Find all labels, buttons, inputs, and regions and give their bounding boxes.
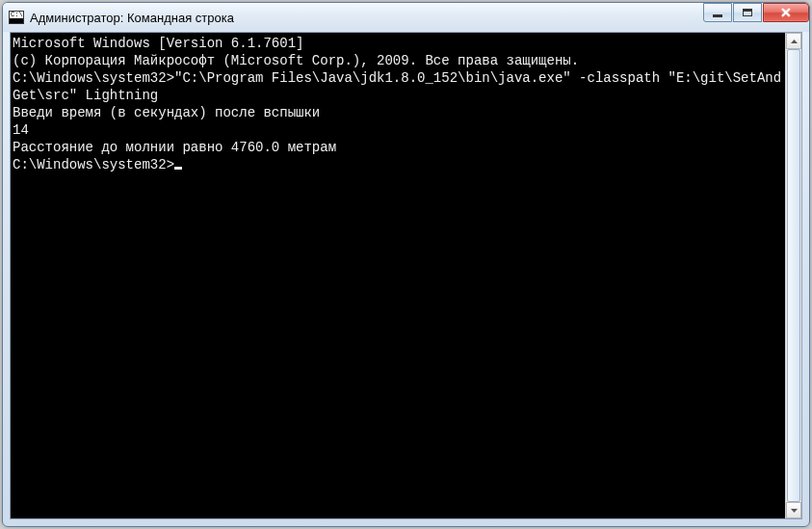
window-frame: Администратор: Командная строка ✕ Micros…	[2, 2, 810, 527]
scrollbar-track[interactable]	[786, 49, 801, 502]
svg-marker-1	[791, 509, 798, 513]
close-button[interactable]: ✕	[763, 3, 809, 22]
scrollbar-thumb[interactable]	[787, 49, 800, 502]
scroll-up-button[interactable]	[786, 33, 801, 49]
terminal-line: Введи время (в секундах) после вспышки	[13, 104, 783, 121]
scroll-down-button[interactable]	[786, 502, 801, 518]
chevron-up-icon	[791, 40, 798, 43]
terminal-line: Расстояние до молнии равно 4760.0 метрам	[13, 139, 783, 156]
terminal-line: 14	[13, 121, 783, 139]
client-area: Microsoft Windows [Version 6.1.7601](c) …	[10, 32, 802, 519]
cursor	[174, 167, 182, 170]
window-title: Администратор: Командная строка	[30, 11, 702, 25]
vertical-scrollbar[interactable]	[785, 33, 801, 518]
minimize-icon	[713, 14, 722, 17]
chevron-down-icon	[791, 509, 798, 513]
svg-marker-0	[791, 40, 798, 43]
terminal-line: C:\Windows\system32>"C:\Program Files\Ja…	[13, 69, 783, 104]
terminal-line: C:\Windows\system32>	[13, 156, 783, 173]
title-bar[interactable]: Администратор: Командная строка ✕	[3, 3, 809, 32]
terminal-output[interactable]: Microsoft Windows [Version 6.1.7601](c) …	[11, 33, 785, 518]
app-icon[interactable]	[9, 11, 24, 24]
terminal-line: Microsoft Windows [Version 6.1.7601]	[13, 35, 783, 52]
minimize-button[interactable]	[703, 3, 732, 22]
close-icon: ✕	[780, 5, 792, 20]
maximize-icon	[743, 9, 752, 16]
terminal-line: (c) Корпорация Майкрософт (Microsoft Cor…	[13, 52, 783, 69]
maximize-button[interactable]	[733, 3, 762, 22]
window-controls: ✕	[702, 3, 809, 32]
